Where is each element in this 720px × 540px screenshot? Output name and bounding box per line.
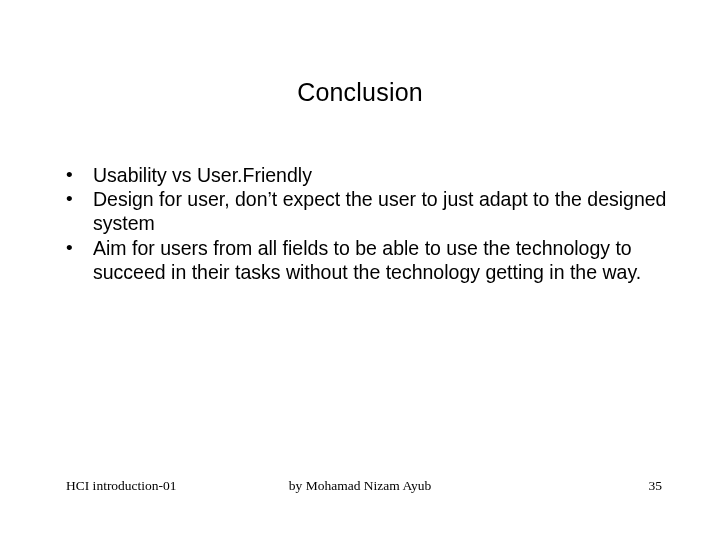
list-item: Usability vs User.Friendly bbox=[66, 163, 670, 187]
slide-title: Conclusion bbox=[0, 0, 720, 163]
bullet-list: Usability vs User.Friendly Design for us… bbox=[0, 163, 720, 284]
slide: Conclusion Usability vs User.Friendly De… bbox=[0, 0, 720, 540]
list-item: Aim for users from all fields to be able… bbox=[66, 236, 670, 284]
footer-author: by Mohamad Nizam Ayub bbox=[0, 478, 720, 494]
list-item: Design for user, don’t expect the user t… bbox=[66, 187, 670, 235]
footer-page-number: 35 bbox=[649, 478, 663, 494]
